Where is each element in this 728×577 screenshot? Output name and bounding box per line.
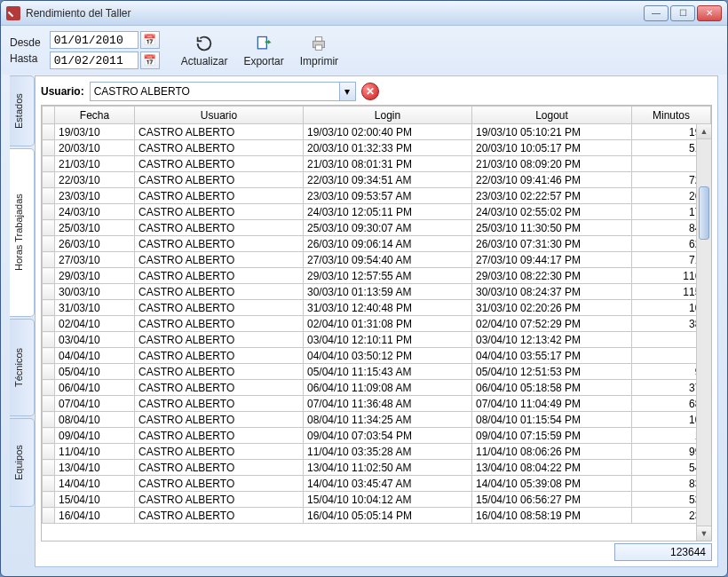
table-row[interactable]: 22/03/10CASTRO ALBERTO22/03/10 09:34:51 … bbox=[43, 172, 711, 188]
tab-equipos[interactable]: Equipos bbox=[10, 418, 35, 507]
row-header-col[interactable] bbox=[43, 107, 55, 124]
row-header[interactable] bbox=[43, 396, 55, 412]
table-row[interactable]: 27/03/10CASTRO ALBERTO27/03/10 09:54:40 … bbox=[43, 252, 711, 268]
cell-fecha: 03/04/10 bbox=[55, 332, 135, 348]
toolbar: Desde Hasta 📅 📅 Actualizar Exportar bbox=[1, 26, 727, 75]
scroll-up-arrow[interactable]: ▲ bbox=[697, 124, 711, 139]
table-row[interactable]: 30/03/10CASTRO ALBERTO30/03/10 01:13:59 … bbox=[43, 284, 711, 300]
row-header[interactable] bbox=[43, 492, 55, 508]
cell-logout: 06/04/10 05:18:58 PM bbox=[472, 380, 632, 396]
table-row[interactable]: 16/04/10CASTRO ALBERTO16/04/10 05:05:14 … bbox=[43, 508, 711, 524]
window-title: Rendimiento del Taller bbox=[26, 7, 644, 20]
cell-login: 08/04/10 11:34:25 AM bbox=[304, 412, 472, 428]
table-row[interactable]: 26/03/10CASTRO ALBERTO26/03/10 09:06:14 … bbox=[43, 236, 711, 252]
row-header[interactable] bbox=[43, 444, 55, 460]
cell-logout: 20/03/10 10:05:17 PM bbox=[472, 140, 632, 156]
table-row[interactable]: 31/03/10CASTRO ALBERTO31/03/10 12:40:48 … bbox=[43, 300, 711, 316]
titlebar[interactable]: Rendimiento del Taller — ☐ ✕ bbox=[1, 1, 727, 26]
usuario-combo[interactable]: CASTRO ALBERTO ▾ bbox=[90, 82, 356, 101]
row-header[interactable] bbox=[43, 380, 55, 396]
table-row[interactable]: 07/04/10CASTRO ALBERTO07/04/10 11:36:48 … bbox=[43, 396, 711, 412]
cell-logout: 11/04/10 08:06:26 PM bbox=[472, 444, 632, 460]
row-header[interactable] bbox=[43, 252, 55, 268]
row-header[interactable] bbox=[43, 316, 55, 332]
row-header[interactable] bbox=[43, 140, 55, 156]
table-row[interactable]: 15/04/10CASTRO ALBERTO15/04/10 10:04:12 … bbox=[43, 492, 711, 508]
row-header[interactable] bbox=[43, 236, 55, 252]
table-row[interactable]: 02/04/10CASTRO ALBERTO02/04/10 01:31:08 … bbox=[43, 316, 711, 332]
table-row[interactable]: 03/04/10CASTRO ALBERTO03/04/10 12:10:11 … bbox=[43, 332, 711, 348]
row-header[interactable] bbox=[43, 364, 55, 380]
table-row[interactable]: 06/04/10CASTRO ALBERTO06/04/10 11:09:08 … bbox=[43, 380, 711, 396]
close-button[interactable]: ✕ bbox=[697, 5, 722, 21]
row-header[interactable] bbox=[43, 348, 55, 364]
cell-usuario: CASTRO ALBERTO bbox=[135, 316, 304, 332]
cell-logout: 16/04/10 08:58:19 PM bbox=[472, 508, 632, 524]
cell-fecha: 19/03/10 bbox=[55, 124, 135, 140]
data-grid[interactable]: Fecha Usuario Login Logout Minutos 19/03… bbox=[41, 105, 712, 541]
cell-login: 06/04/10 11:09:08 AM bbox=[304, 380, 472, 396]
cell-usuario: CASTRO ALBERTO bbox=[135, 492, 304, 508]
scroll-thumb[interactable] bbox=[699, 186, 709, 240]
table-row[interactable]: 05/04/10CASTRO ALBERTO05/04/10 11:15:43 … bbox=[43, 364, 711, 380]
cell-fecha: 26/03/10 bbox=[55, 236, 135, 252]
hasta-input[interactable] bbox=[50, 51, 138, 69]
table-row[interactable]: 24/03/10CASTRO ALBERTO24/03/10 12:05:11 … bbox=[43, 204, 711, 220]
row-header[interactable] bbox=[43, 412, 55, 428]
table-row[interactable]: 20/03/10CASTRO ALBERTO20/03/10 01:32:33 … bbox=[43, 140, 711, 156]
col-fecha[interactable]: Fecha bbox=[55, 107, 135, 124]
cell-fecha: 09/04/10 bbox=[55, 428, 135, 444]
row-header[interactable] bbox=[43, 476, 55, 492]
table-row[interactable]: 04/04/10CASTRO ALBERTO04/04/10 03:50:12 … bbox=[43, 348, 711, 364]
table-row[interactable]: 09/04/10CASTRO ALBERTO09/04/10 07:03:54 … bbox=[43, 428, 711, 444]
row-header[interactable] bbox=[43, 428, 55, 444]
refresh-button[interactable]: Actualizar bbox=[181, 34, 228, 67]
table-row[interactable]: 21/03/10CASTRO ALBERTO21/03/10 08:01:31 … bbox=[43, 156, 711, 172]
cell-logout: 26/03/10 07:31:30 PM bbox=[472, 236, 632, 252]
row-header[interactable] bbox=[43, 124, 55, 140]
table-row[interactable]: 11/04/10CASTRO ALBERTO11/04/10 03:35:28 … bbox=[43, 444, 711, 460]
row-header[interactable] bbox=[43, 188, 55, 204]
row-header[interactable] bbox=[43, 284, 55, 300]
table-row[interactable]: 08/04/10CASTRO ALBERTO08/04/10 11:34:25 … bbox=[43, 412, 711, 428]
print-button[interactable]: Imprimir bbox=[300, 34, 338, 67]
row-header[interactable] bbox=[43, 332, 55, 348]
tab-horas-trabajadas[interactable]: Horas Trabajadas bbox=[10, 148, 35, 317]
cell-logout: 02/04/10 07:52:29 PM bbox=[472, 316, 632, 332]
table-row[interactable]: 25/03/10CASTRO ALBERTO25/03/10 09:30:07 … bbox=[43, 220, 711, 236]
row-header[interactable] bbox=[43, 508, 55, 524]
cell-usuario: CASTRO ALBERTO bbox=[135, 236, 304, 252]
vertical-scrollbar[interactable]: ▲ ▼ bbox=[696, 124, 711, 541]
row-header[interactable] bbox=[43, 268, 55, 284]
scroll-down-arrow[interactable]: ▼ bbox=[697, 526, 711, 541]
minimize-button[interactable]: — bbox=[644, 5, 669, 21]
tab-estados[interactable]: Estados bbox=[10, 75, 35, 146]
row-header[interactable] bbox=[43, 204, 55, 220]
tab-tecnicos[interactable]: Técnicos bbox=[10, 319, 35, 416]
row-header[interactable] bbox=[43, 156, 55, 172]
row-header[interactable] bbox=[43, 172, 55, 188]
desde-calendar-button[interactable]: 📅 bbox=[140, 31, 160, 49]
chevron-down-icon[interactable]: ▾ bbox=[339, 83, 355, 100]
table-row[interactable]: 13/04/10CASTRO ALBERTO13/04/10 11:02:50 … bbox=[43, 460, 711, 476]
cell-login: 26/03/10 09:06:14 AM bbox=[304, 236, 472, 252]
cell-login: 05/04/10 11:15:43 AM bbox=[304, 364, 472, 380]
row-header[interactable] bbox=[43, 460, 55, 476]
desde-input[interactable] bbox=[50, 31, 138, 49]
table-row[interactable]: 19/03/10CASTRO ALBERTO19/03/10 02:00:40 … bbox=[43, 124, 711, 140]
cell-usuario: CASTRO ALBERTO bbox=[135, 380, 304, 396]
refresh-icon bbox=[194, 34, 215, 53]
export-button[interactable]: Exportar bbox=[243, 34, 283, 67]
hasta-calendar-button[interactable]: 📅 bbox=[140, 51, 160, 69]
table-row[interactable]: 29/03/10CASTRO ALBERTO29/03/10 12:57:55 … bbox=[43, 268, 711, 284]
col-usuario[interactable]: Usuario bbox=[135, 107, 304, 124]
clear-filter-button[interactable]: ✕ bbox=[361, 83, 379, 100]
col-minutos[interactable]: Minutos bbox=[632, 107, 711, 124]
col-logout[interactable]: Logout bbox=[472, 107, 632, 124]
table-row[interactable]: 23/03/10CASTRO ALBERTO23/03/10 09:53:57 … bbox=[43, 188, 711, 204]
row-header[interactable] bbox=[43, 220, 55, 236]
col-login[interactable]: Login bbox=[304, 107, 472, 124]
maximize-button[interactable]: ☐ bbox=[670, 5, 695, 21]
row-header[interactable] bbox=[43, 300, 55, 316]
table-row[interactable]: 14/04/10CASTRO ALBERTO14/04/10 03:45:47 … bbox=[43, 476, 711, 492]
